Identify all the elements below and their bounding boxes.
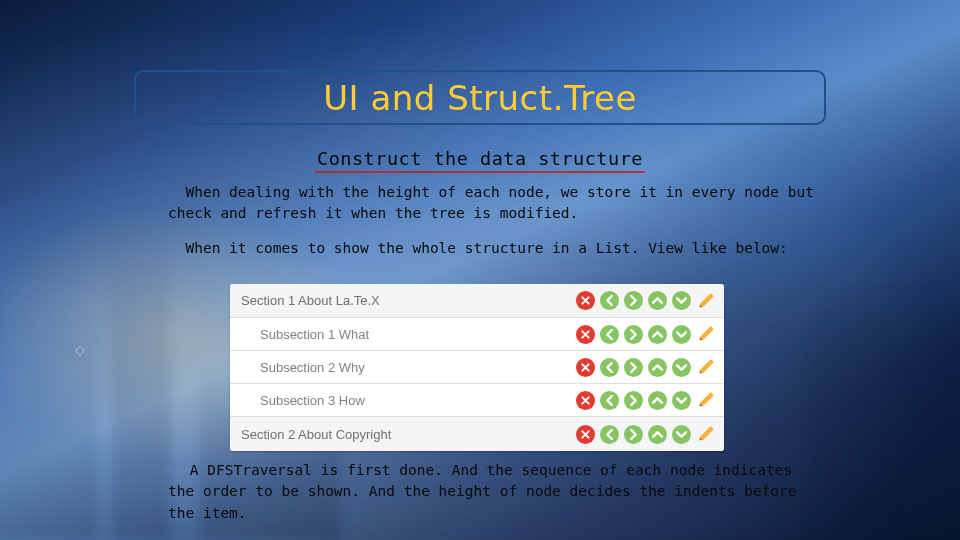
pencil-icon[interactable] [697, 325, 715, 343]
delete-icon[interactable] [576, 358, 595, 377]
chevron-down-icon[interactable] [672, 425, 691, 444]
delete-icon[interactable] [576, 425, 595, 444]
paragraph-2: When it comes to show the whole structur… [168, 238, 808, 259]
list-item-label: Subsection 1 What [230, 327, 576, 342]
title-frame: UI and Struct.Tree [134, 70, 826, 125]
chevron-down-icon[interactable] [672, 358, 691, 377]
pencil-icon[interactable] [697, 358, 715, 376]
list-item[interactable]: Subsection 2 Why [230, 351, 724, 384]
delete-icon[interactable] [576, 391, 595, 410]
paragraph-3: A DFSTraversal is first done. And the se… [168, 460, 808, 524]
list-item-actions [576, 425, 724, 444]
slide-title: UI and Struct.Tree [323, 78, 637, 118]
chevron-right-icon[interactable] [624, 325, 643, 344]
list-item-label: Subsection 2 Why [230, 360, 576, 375]
list-item[interactable]: Subsection 1 What [230, 318, 724, 351]
paragraph-1: When dealing with the height of each nod… [168, 182, 818, 225]
chevron-right-icon[interactable] [624, 358, 643, 377]
pencil-icon[interactable] [697, 292, 715, 310]
listview-panel: Section 1 About La.Te.XSubsection 1 What… [230, 284, 724, 451]
chevron-right-icon[interactable] [624, 391, 643, 410]
list-item-actions [576, 358, 724, 377]
list-item-label: Section 1 About La.Te.X [230, 293, 576, 308]
decorative-diamond-icon: ◇ [75, 342, 85, 357]
delete-icon[interactable] [576, 325, 595, 344]
chevron-left-icon[interactable] [600, 358, 619, 377]
chevron-down-icon[interactable] [672, 291, 691, 310]
list-item-actions [576, 325, 724, 344]
list-item[interactable]: Subsection 3 How [230, 384, 724, 417]
background-shape [0, 310, 100, 540]
delete-icon[interactable] [576, 291, 595, 310]
chevron-down-icon[interactable] [672, 391, 691, 410]
list-item[interactable]: Section 1 About La.Te.X [230, 284, 724, 318]
chevron-up-icon[interactable] [648, 425, 667, 444]
list-item-actions [576, 291, 724, 310]
chevron-up-icon[interactable] [648, 325, 667, 344]
chevron-right-icon[interactable] [624, 291, 643, 310]
list-item-label: Subsection 3 How [230, 393, 576, 408]
chevron-up-icon[interactable] [648, 358, 667, 377]
list-item-actions [576, 391, 724, 410]
list-item[interactable]: Section 2 About Copyright [230, 417, 724, 451]
chevron-down-icon[interactable] [672, 325, 691, 344]
pencil-icon[interactable] [697, 425, 715, 443]
chevron-up-icon[interactable] [648, 391, 667, 410]
chevron-left-icon[interactable] [600, 325, 619, 344]
chevron-left-icon[interactable] [600, 291, 619, 310]
chevron-left-icon[interactable] [600, 425, 619, 444]
list-item-label: Section 2 About Copyright [230, 427, 576, 442]
chevron-up-icon[interactable] [648, 291, 667, 310]
background-shape [810, 280, 960, 540]
slide-subtitle: Construct the data structure [0, 148, 960, 169]
chevron-right-icon[interactable] [624, 425, 643, 444]
chevron-left-icon[interactable] [600, 391, 619, 410]
pencil-icon[interactable] [697, 391, 715, 409]
background-shape [110, 220, 170, 540]
